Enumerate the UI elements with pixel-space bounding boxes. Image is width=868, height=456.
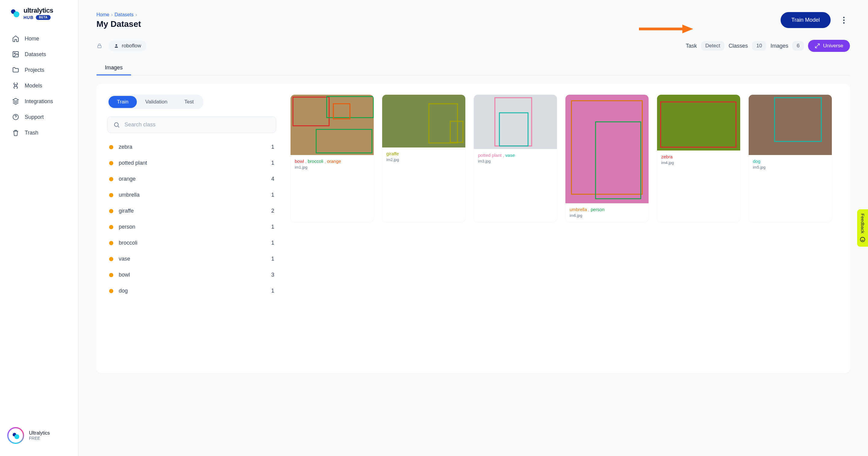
class-item[interactable]: vase1: [107, 251, 276, 267]
class-name: giraffe: [119, 208, 134, 214]
class-count: 1: [271, 160, 274, 166]
svg-point-6: [14, 434, 19, 439]
sidebar-item-datasets[interactable]: Datasets: [5, 47, 73, 62]
sidebar-item-label: Support: [25, 114, 44, 120]
sidebar-item-models[interactable]: Models: [5, 78, 73, 93]
svg-point-33: [861, 237, 865, 241]
class-count: 4: [271, 176, 274, 182]
split-tab-test[interactable]: Test: [176, 96, 202, 108]
class-item[interactable]: umbrella1: [107, 187, 276, 203]
class-color-dot: [109, 225, 113, 229]
home-icon: [12, 35, 19, 42]
image-card[interactable]: giraffe im2.jpg: [382, 95, 465, 222]
sidebar-item-trash[interactable]: Trash: [5, 125, 73, 141]
image-card[interactable]: potted plant, vase im3.jpg: [474, 95, 557, 222]
task-label: Task: [686, 43, 697, 49]
svg-rect-26: [565, 95, 649, 203]
more-menu-button[interactable]: [838, 14, 850, 26]
page-tabs: Images: [96, 60, 850, 76]
class-item[interactable]: bowl3: [107, 267, 276, 283]
image-grid: bowl, broccoli, orange im1.jpg giraffe i…: [290, 95, 839, 363]
user-name: Ultralytics: [29, 430, 50, 436]
train-model-button[interactable]: Train Model: [781, 12, 831, 28]
split-tab-validation[interactable]: Validation: [137, 96, 176, 108]
universe-label: Universe: [823, 43, 843, 49]
smiley-icon: [860, 236, 866, 243]
image-card[interactable]: dog im5.jpg: [749, 95, 832, 222]
feedback-tab[interactable]: Feedback: [857, 209, 868, 247]
beta-badge: BETA: [36, 15, 50, 20]
images-label: Images: [770, 43, 788, 49]
image-card[interactable]: bowl, broccoli, orange im1.jpg: [290, 95, 374, 222]
class-count: 2: [271, 208, 274, 214]
class-color-dot: [109, 273, 113, 277]
user-tier: FREE: [29, 436, 50, 440]
class-count: 1: [271, 192, 274, 198]
owner-name: roboflow: [122, 43, 141, 49]
tab-images[interactable]: Images: [96, 60, 131, 75]
logo-name: ultralytics: [24, 7, 53, 14]
class-count: 1: [271, 240, 274, 246]
class-item[interactable]: orange4: [107, 171, 276, 187]
universe-button[interactable]: Universe: [808, 40, 850, 52]
class-item[interactable]: broccoli1: [107, 235, 276, 251]
class-count: 1: [271, 224, 274, 230]
logo-sub: HUB: [24, 16, 33, 20]
image-thumbnail: [749, 95, 832, 155]
breadcrumb-home[interactable]: Home: [96, 12, 110, 18]
class-name: zebra: [119, 144, 132, 150]
breadcrumb: Home › Datasets ›: [96, 12, 141, 18]
sidebar-item-integrations[interactable]: Integrations: [5, 93, 73, 109]
content-card: Train Validation Test zebra1potted plant…: [96, 84, 850, 373]
sidebar: ultralytics HUB BETA Home Datasets Proje…: [0, 0, 79, 456]
class-item[interactable]: dog1: [107, 283, 276, 299]
class-item[interactable]: potted plant1: [107, 155, 276, 171]
class-item[interactable]: zebra1: [107, 139, 276, 155]
owner-chip[interactable]: roboflow: [108, 40, 147, 51]
svg-point-9: [843, 22, 845, 24]
class-name: vase: [119, 256, 130, 262]
class-name: potted plant: [119, 160, 147, 166]
class-count: 1: [271, 288, 274, 294]
image-card[interactable]: zebra im4.jpg: [657, 95, 740, 222]
class-count: 3: [271, 272, 274, 278]
svg-point-1: [13, 11, 20, 18]
sidebar-item-projects[interactable]: Projects: [5, 62, 73, 78]
image-filename: im2.jpg: [386, 158, 461, 162]
sidebar-item-label: Integrations: [25, 98, 53, 105]
lock-icon: [96, 43, 102, 49]
sidebar-item-label: Trash: [25, 130, 38, 136]
svg-rect-29: [657, 95, 740, 150]
task-value: Detect: [701, 41, 724, 51]
image-thumbnail: [657, 95, 740, 150]
class-color-dot: [109, 193, 113, 197]
sidebar-item-label: Projects: [25, 67, 44, 73]
image-labels: umbrella, person: [569, 207, 644, 212]
sidebar-item-home[interactable]: Home: [5, 31, 73, 47]
chevron-right-icon: ›: [111, 12, 113, 18]
class-name: orange: [119, 176, 135, 182]
image-card[interactable]: umbrella, person im6.jpg: [565, 95, 649, 222]
svg-rect-12: [98, 46, 101, 48]
logo[interactable]: ultralytics HUB BETA: [0, 7, 78, 28]
class-item[interactable]: person1: [107, 219, 276, 235]
image-labels: giraffe: [386, 151, 461, 156]
search-input[interactable]: [107, 116, 276, 133]
sidebar-footer[interactable]: Ultralytics FREE: [0, 422, 78, 449]
split-tab-train[interactable]: Train: [108, 96, 137, 108]
svg-rect-31: [749, 95, 832, 155]
image-filename: im6.jpg: [569, 213, 644, 218]
sidebar-item-label: Models: [25, 83, 42, 89]
breadcrumb-datasets[interactable]: Datasets: [115, 12, 133, 18]
class-color-dot: [109, 209, 113, 213]
page-title: My Dataset: [96, 19, 141, 29]
help-icon: [12, 113, 19, 121]
classes-label: Classes: [728, 43, 748, 49]
class-item[interactable]: giraffe2: [107, 203, 276, 219]
sidebar-item-support[interactable]: Support: [5, 109, 73, 125]
image-thumbnail: [565, 95, 649, 203]
feedback-label: Feedback: [860, 213, 865, 233]
image-filename: im1.jpg: [295, 165, 370, 170]
image-filename: im4.jpg: [661, 161, 736, 165]
image-filename: im5.jpg: [753, 165, 828, 170]
